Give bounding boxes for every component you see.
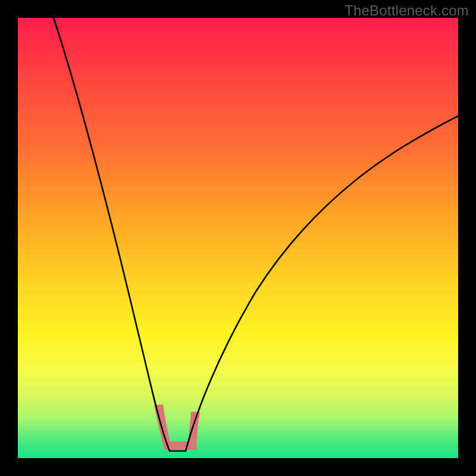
chart-frame: TheBottleneck.com (0, 0, 476, 476)
plot-area (18, 18, 458, 458)
bottleneck-curve (54, 18, 458, 451)
curve-layer (18, 18, 458, 458)
watermark-text: TheBottleneck.com (345, 2, 469, 19)
